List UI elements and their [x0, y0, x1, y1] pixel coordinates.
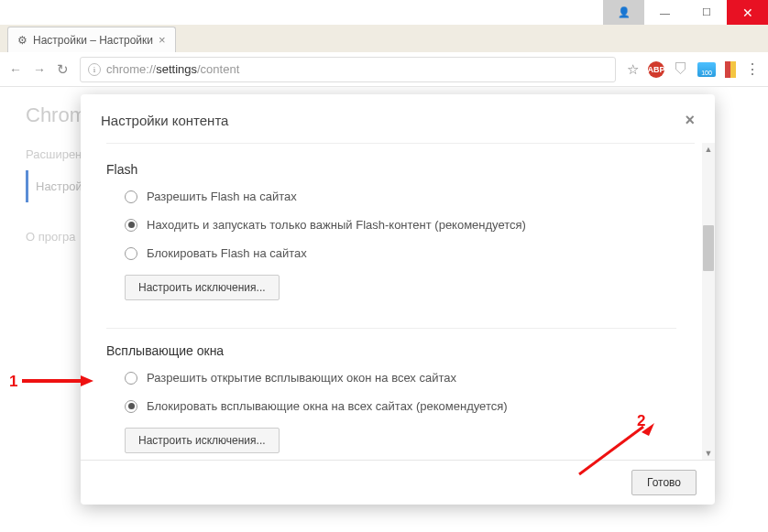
user-button[interactable]: 👤: [603, 0, 644, 25]
address-bar: ← → ↻ i chrome://settings/content ☆ ABP …: [0, 52, 768, 87]
radio-icon: [125, 372, 137, 385]
shield-icon[interactable]: ⛉: [674, 61, 688, 78]
browser-tab[interactable]: ⚙ Настройки – Настройки ×: [7, 27, 176, 52]
forward-button[interactable]: →: [33, 62, 46, 77]
radio-label: Разрешить открытие всплывающих окон на в…: [147, 371, 456, 385]
extension-badge[interactable]: 100: [697, 62, 716, 77]
gear-icon: ⚙: [17, 34, 27, 47]
bookmark-flag-icon[interactable]: [725, 61, 736, 78]
flash-option-block[interactable]: Блокировать Flash на сайтах: [125, 246, 676, 260]
modal-body: ▲ ▼ Flash Разрешить Flash на сайтах Нахо…: [81, 143, 715, 460]
back-button[interactable]: ←: [9, 62, 22, 77]
reload-button[interactable]: ↻: [57, 61, 69, 78]
minimize-button[interactable]: —: [644, 0, 686, 25]
tab-strip: ⚙ Настройки – Настройки ×: [0, 25, 768, 52]
section-flash-title: Flash: [106, 162, 676, 177]
popups-option-allow[interactable]: Разрешить открытие всплывающих окон на в…: [125, 371, 676, 385]
radio-icon: [125, 190, 137, 203]
modal-header: Настройки контента ×: [81, 94, 715, 143]
flash-option-detect[interactable]: Находить и запускать только важный Flash…: [125, 218, 676, 232]
scrollbar-thumb[interactable]: [703, 225, 714, 271]
content-area: Chrom Расширен Настройк О програ Настрой…: [0, 87, 768, 532]
window-close-button[interactable]: ✕: [727, 0, 768, 25]
radio-label: Блокировать всплывающие окна на всех сай…: [147, 399, 508, 413]
url-input[interactable]: i chrome://settings/content: [80, 57, 616, 82]
scrollbar-track[interactable]: ▲ ▼: [702, 143, 715, 460]
scroll-down-icon[interactable]: ▼: [702, 447, 715, 460]
window-titlebar: 👤 — ☐ ✕: [0, 0, 768, 25]
radio-label: Разрешить Flash на сайтах: [147, 190, 297, 203]
flash-exceptions-button[interactable]: Настроить исключения...: [125, 275, 280, 300]
radio-icon: [125, 247, 137, 260]
popups-option-block[interactable]: Блокировать всплывающие окна на всех сай…: [125, 399, 676, 413]
tab-close-icon[interactable]: ×: [159, 33, 166, 47]
flash-option-allow[interactable]: Разрешить Flash на сайтах: [125, 190, 676, 203]
radio-icon: [125, 400, 137, 413]
popups-exceptions-button[interactable]: Настроить исключения...: [125, 428, 280, 453]
divider: [106, 328, 676, 329]
done-button[interactable]: Готово: [631, 470, 697, 495]
tab-title: Настройки – Настройки: [33, 34, 153, 47]
modal-close-button[interactable]: ×: [685, 111, 695, 130]
radio-icon: [125, 219, 137, 232]
bookmark-star-icon[interactable]: ☆: [627, 61, 639, 78]
modal-title: Настройки контента: [101, 113, 228, 128]
content-settings-modal: Настройки контента × ▲ ▼ Flash Разрешить…: [81, 94, 715, 505]
section-popups-title: Всплывающие окна: [106, 343, 676, 358]
radio-label: Находить и запускать только важный Flash…: [147, 218, 526, 232]
flash-radio-group: Разрешить Flash на сайтах Находить и зап…: [106, 190, 676, 260]
browser-window: 👤 — ☐ ✕ ⚙ Настройки – Настройки × ← → ↻ …: [0, 0, 768, 532]
popups-radio-group: Разрешить открытие всплывающих окон на в…: [106, 371, 676, 413]
adblock-icon[interactable]: ABP: [648, 61, 664, 78]
toolbar-right: ☆ ABP ⛉ 100 ⋮: [627, 60, 759, 78]
url-text: chrome://settings/content: [106, 62, 239, 76]
maximize-button[interactable]: ☐: [686, 0, 727, 25]
user-icon: 👤: [618, 6, 631, 18]
modal-footer: Готово: [81, 460, 715, 505]
info-icon[interactable]: i: [88, 63, 101, 76]
menu-button[interactable]: ⋮: [745, 60, 759, 78]
radio-label: Блокировать Flash на сайтах: [147, 246, 307, 260]
scroll-up-icon[interactable]: ▲: [702, 143, 715, 156]
